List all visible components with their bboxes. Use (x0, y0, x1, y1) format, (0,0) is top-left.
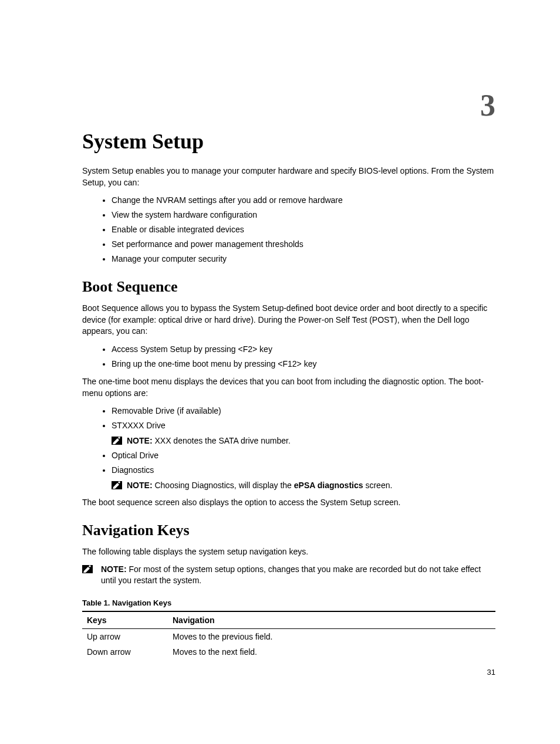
note-label: NOTE: (127, 481, 153, 490)
table-cell-nav: Moves to the previous field. (168, 628, 495, 644)
note-body-pre: Choosing Diagnostics, will display the (153, 481, 294, 490)
navigation-keys-table: Keys Navigation Up arrow Moves to the pr… (82, 611, 495, 660)
note-block: NOTE: XXX denotes the SATA drive number. (112, 435, 495, 447)
table-cell-keys: Down arrow (82, 644, 168, 660)
note-block: NOTE: For most of the system setup optio… (82, 564, 495, 587)
list-item: Bring up the one-time boot menu by press… (112, 358, 495, 370)
table-header-keys: Keys (82, 611, 168, 629)
table-header-navigation: Navigation (168, 611, 495, 629)
note-icon (82, 565, 93, 573)
page-title: System Setup (82, 129, 495, 154)
note-body: For most of the system setup options, ch… (101, 564, 481, 586)
intro-paragraph: System Setup enables you to manage your … (82, 165, 495, 188)
boot-paragraph-1: Boot Sequence allows you to bypass the S… (82, 303, 495, 337)
list-item: Enable or disable integrated devices (112, 224, 495, 236)
list-item: Manage your computer security (112, 253, 495, 265)
table-row: Down arrow Moves to the next field. (82, 644, 495, 660)
chapter-number: 3 (480, 88, 495, 123)
intro-bullet-list: Change the NVRAM settings after you add … (82, 194, 495, 265)
list-item: Change the NVRAM settings after you add … (112, 194, 495, 207)
list-item: Optical Drive (112, 449, 495, 462)
table-cell-keys: Up arrow (82, 628, 168, 644)
note-icon (112, 481, 122, 489)
list-item-label: Diagnostics (112, 465, 154, 475)
list-item: View the system hardware configuration (112, 209, 495, 221)
list-item: Removable Drive (if available) (112, 405, 495, 417)
list-item: Diagnostics NOTE: Choosing Diagnostics, … (112, 464, 495, 492)
table-cell-nav: Moves to the next field. (168, 644, 495, 660)
note-text: NOTE: Choosing Diagnostics, will display… (127, 480, 392, 492)
table-header-row: Keys Navigation (82, 611, 495, 629)
table-caption: Table 1. Navigation Keys (82, 598, 495, 607)
list-item: STXXXX Drive NOTE: XXX denotes the SATA … (112, 420, 495, 447)
boot-paragraph-3: The boot sequence screen also displays t… (82, 497, 495, 509)
note-label: NOTE: (127, 436, 153, 445)
list-item: Set performance and power management thr… (112, 238, 495, 251)
document-page: 3 System Setup System Setup enables you … (0, 0, 560, 744)
table-row: Up arrow Moves to the previous field. (82, 628, 495, 644)
note-icon (112, 437, 122, 445)
boot-bullets-2: Removable Drive (if available) STXXXX Dr… (82, 405, 495, 491)
page-number: 31 (487, 668, 495, 677)
boot-bullets-1: Access System Setup by pressing <F2> key… (82, 343, 495, 370)
boot-paragraph-2: The one-time boot menu displays the devi… (82, 376, 495, 399)
list-item-label: STXXXX Drive (112, 421, 166, 430)
section-heading-boot-sequence: Boot Sequence (82, 278, 495, 296)
note-body-bold: ePSA diagnostics (294, 481, 363, 490)
note-body-post: screen. (363, 481, 393, 490)
note-label: NOTE: (101, 564, 127, 574)
section-heading-navigation-keys: Navigation Keys (82, 522, 495, 539)
note-body: XXX denotes the SATA drive number. (153, 436, 291, 445)
nav-paragraph-1: The following table displays the system … (82, 546, 495, 558)
note-text: NOTE: XXX denotes the SATA drive number. (127, 435, 291, 447)
note-block: NOTE: Choosing Diagnostics, will display… (112, 480, 495, 492)
note-text: NOTE: For most of the system setup optio… (97, 564, 495, 587)
list-item: Access System Setup by pressing <F2> key (112, 343, 495, 356)
